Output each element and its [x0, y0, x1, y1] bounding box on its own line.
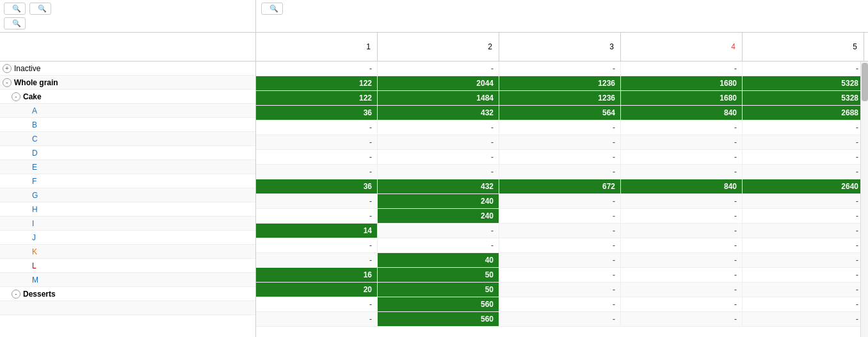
- row-label-E: E: [32, 163, 37, 172]
- cell-M-col3: -: [499, 283, 621, 297]
- class-filter[interactable]: 🔍: [4, 3, 26, 15]
- data-row-J: -----: [256, 238, 860, 253]
- row-label-A: A: [32, 106, 37, 115]
- cell-E-col3: -: [499, 165, 621, 179]
- cell-K-col4: -: [621, 253, 743, 267]
- cell-cake-col1: 122: [256, 91, 378, 105]
- cell-whole_grain-col2: 2044: [378, 76, 499, 90]
- cell-desserts-col2: 560: [378, 297, 499, 311]
- cell-C-col3: -: [499, 135, 621, 149]
- cell-D-col1: -: [256, 150, 378, 164]
- row-label-B: B: [32, 120, 37, 129]
- cell-B-col4: -: [621, 120, 743, 135]
- cell-B-col2: -: [378, 120, 499, 135]
- cell-A-col3: 564: [499, 106, 621, 120]
- cell-inactive-col3: -: [499, 62, 621, 76]
- cell-cake-col4: 1680: [621, 91, 743, 105]
- cell-D-col3: -: [499, 150, 621, 164]
- cell-F-col1: 36: [256, 179, 378, 193]
- cell-F-col5: 2640: [743, 179, 860, 193]
- cell-M-col5: -: [743, 283, 860, 297]
- search-icon: 🔍: [269, 4, 278, 13]
- cell-M-col4: -: [621, 283, 743, 297]
- data-row-E: -----: [256, 165, 860, 179]
- cell-C-col4: -: [621, 135, 743, 149]
- data-row-D: -----: [256, 150, 860, 165]
- cell-K-col3: -: [499, 253, 621, 267]
- data-row-I: 14----: [256, 224, 860, 238]
- left-row-C: C: [0, 132, 255, 146]
- cell-C-col1: -: [256, 135, 378, 149]
- cell-C-col5: -: [743, 135, 860, 149]
- cell-M-col2: 50: [378, 283, 499, 297]
- data-row-inactive: -----: [256, 62, 860, 76]
- cell-J-col5: -: [743, 238, 860, 252]
- cell-I-col5: -: [743, 224, 860, 238]
- data-row-F: 364326728402640: [256, 179, 860, 194]
- data-row-C: -----: [256, 135, 860, 150]
- left-row-B: B: [0, 118, 255, 132]
- product-filter[interactable]: 🔍: [4, 17, 26, 29]
- cell-D-col4: -: [621, 150, 743, 164]
- cell-G-col1: -: [256, 194, 378, 208]
- cell-G-col5: -: [743, 194, 860, 208]
- row-label-whole_grain: Whole grain: [14, 78, 58, 87]
- cell-E-col4: -: [621, 165, 743, 179]
- search-icon: 🔍: [12, 4, 21, 13]
- data-row-L: 1650---: [256, 268, 860, 283]
- cell-G-col4: -: [621, 194, 743, 208]
- row-label-inactive: Inactive: [14, 64, 40, 73]
- cell-B-col3: -: [499, 120, 621, 135]
- cell-A-col2: 432: [378, 106, 499, 120]
- row-label-K: K: [32, 247, 37, 256]
- cell-whole_grain-col1: 122: [256, 76, 378, 90]
- cell-G-col2: 240: [378, 194, 499, 208]
- cell-inactive-col4: -: [621, 62, 743, 76]
- data-row-H: -240---: [256, 209, 860, 224]
- left-row-E: E: [0, 160, 255, 174]
- left-row-A: A: [0, 104, 255, 118]
- search-icon: 🔍: [38, 4, 47, 13]
- left-row-M: M: [0, 273, 255, 287]
- cell-K-col1: -: [256, 253, 378, 267]
- cell-C-col2: -: [378, 135, 499, 149]
- cell-D-col2: -: [378, 150, 499, 164]
- data-row-desserts: -560---: [256, 297, 860, 312]
- data-row-G: -240---: [256, 194, 860, 209]
- group-filter[interactable]: 🔍: [29, 3, 51, 15]
- cell-I-col2: -: [378, 224, 499, 238]
- cell-L-col5: -: [743, 268, 860, 282]
- left-row-desserts: -Desserts: [0, 287, 255, 301]
- search-icon: 🔍: [12, 19, 21, 28]
- toggle-whole_grain[interactable]: -: [3, 78, 12, 87]
- left-row-F: F: [0, 174, 255, 188]
- data-row-cake: 1221484123616805328: [256, 91, 860, 106]
- cell-B-col5: -: [743, 120, 860, 135]
- cell-M-col1: 20: [256, 283, 378, 297]
- cell-E-col1: -: [256, 165, 378, 179]
- cell-desserts-col5: -: [743, 297, 860, 311]
- cell-desserts_sub-col1: -: [256, 312, 378, 326]
- toggle-cake[interactable]: -: [12, 92, 20, 101]
- col-header-5: 5: [743, 33, 864, 61]
- cell-F-col3: 672: [499, 179, 621, 193]
- cell-desserts-col4: -: [621, 297, 743, 311]
- cell-J-col4: -: [621, 238, 743, 252]
- cell-B-col1: -: [256, 120, 378, 135]
- toggle-desserts[interactable]: -: [12, 290, 20, 299]
- cell-cake-col3: 1236: [499, 91, 621, 105]
- row-label-L: L: [32, 261, 36, 270]
- row-label-J: J: [32, 233, 36, 242]
- toggle-inactive[interactable]: +: [3, 64, 12, 73]
- cell-F-col2: 432: [378, 179, 499, 193]
- cell-L-col4: -: [621, 268, 743, 282]
- data-row-desserts_sub: -560---: [256, 312, 860, 327]
- cell-I-col4: -: [621, 224, 743, 238]
- cell-inactive-col5: -: [743, 62, 860, 76]
- cell-A-col1: 36: [256, 106, 378, 120]
- client-filter[interactable]: 🔍: [261, 3, 283, 15]
- row-label-D: D: [32, 149, 38, 158]
- row-label-cake: Cake: [23, 92, 42, 101]
- cell-whole_grain-col5: 5328: [743, 76, 860, 90]
- cell-H-col3: -: [499, 209, 621, 223]
